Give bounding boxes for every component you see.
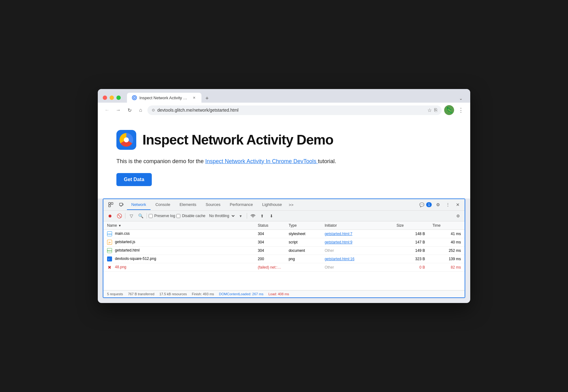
row-4-name: P devtools-square-512.png <box>103 255 254 263</box>
wifi-icon[interactable] <box>249 212 257 220</box>
back-button[interactable]: ← <box>103 106 111 114</box>
tab-elements[interactable]: Elements <box>175 200 201 210</box>
row-3-filename: getstarted.html <box>115 248 139 252</box>
devtools-link[interactable]: Inspect Network Activity In Chrome DevTo… <box>205 158 318 164</box>
nav-bar: ← → ↻ ⌂ ⊙ devtools.glitch.me/network/get… <box>98 103 470 118</box>
row-4-type: png <box>285 255 321 263</box>
header-name[interactable]: Name ▼ <box>103 221 254 230</box>
export-icon[interactable]: ⬇ <box>268 212 276 220</box>
name-sort: Name ▼ <box>107 223 121 228</box>
header-size[interactable]: Size <box>393 221 429 230</box>
tracking-protection-icon: ⊙ <box>152 108 155 112</box>
row-1-filename: main.css <box>115 231 129 236</box>
chrome-logo-inner <box>119 133 133 147</box>
settings-icon[interactable]: ⚙ <box>434 200 442 209</box>
row-4-size: 323 B <box>393 255 429 263</box>
sort-arrow-icon: ▼ <box>118 224 121 227</box>
row-2-type: script <box>285 238 321 247</box>
initiator-link[interactable]: getstarted.html:9 <box>325 240 352 244</box>
preserve-log-checkbox[interactable] <box>149 214 153 218</box>
header-status[interactable]: Status <box>254 221 285 230</box>
header-initiator[interactable]: Initiator <box>321 221 393 230</box>
name-header-text: Name <box>107 223 117 228</box>
new-tab-button[interactable]: + <box>203 94 211 103</box>
home-button[interactable]: ⌂ <box>136 106 145 114</box>
import-icon[interactable]: ⬆ <box>258 212 266 220</box>
filter-button[interactable]: ▽ <box>127 212 135 220</box>
close-button[interactable] <box>103 96 107 100</box>
row-5-status-text: (failed) net::… <box>258 265 281 270</box>
row-5-time-text: 82 ms <box>451 265 461 270</box>
row-2-initiator: getstarted.html:9 <box>321 238 393 247</box>
disable-cache-checkbox[interactable] <box>176 214 180 218</box>
row-1-initiator: getstarted.html:7 <box>321 230 393 238</box>
device-toolbar-icon[interactable] <box>116 199 126 210</box>
footer-resources: 17.5 kB resources <box>159 292 187 296</box>
close-devtools-icon[interactable]: ✕ <box>453 200 462 209</box>
tab-close-button[interactable]: ✕ <box>192 95 196 100</box>
row-3-time: 252 ms <box>429 247 465 255</box>
clear-button[interactable]: 🚫 <box>115 212 123 220</box>
minimize-button[interactable] <box>110 96 114 100</box>
footer-requests: 5 requests <box>107 292 123 296</box>
row-2-filename: getstarted.js <box>115 240 135 244</box>
chrome-logo-center <box>124 137 129 142</box>
table-row[interactable]: htm getstarted.html 304 document Other 1… <box>103 247 465 255</box>
svg-rect-6 <box>123 204 123 205</box>
screenshot-icon[interactable]: ⎘ <box>434 107 437 113</box>
toolbar-divider-2 <box>147 213 147 219</box>
row-5-status: (failed) net::… <box>254 263 285 272</box>
search-button[interactable]: 🔍 <box>137 212 145 220</box>
tab-network[interactable]: Network <box>127 200 151 210</box>
table-row[interactable]: js getstarted.js 304 script getstarted.h… <box>103 238 465 247</box>
tab-lighthouse[interactable]: Lighthouse <box>258 200 286 210</box>
row-4-filename: devtools-square-512.png <box>115 256 156 261</box>
row-5-initiator: Other <box>321 263 393 272</box>
error-file-icon: ✖ <box>107 265 112 270</box>
footer-finish: Finish: 493 ms <box>192 292 214 296</box>
tab-performance[interactable]: Performance <box>225 200 257 210</box>
more-options-icon[interactable]: ⋮ <box>444 200 452 209</box>
initiator-other: Other <box>325 265 334 270</box>
row-4-status: 200 <box>254 255 285 263</box>
chrome-logo <box>116 130 136 150</box>
header-type[interactable]: Type <box>285 221 321 230</box>
more-tabs-button[interactable]: >> <box>287 200 295 210</box>
row-2-status: 304 <box>254 238 285 247</box>
footer-dom-content-loaded: DOMContentLoaded: 267 ms <box>219 292 264 296</box>
active-tab[interactable]: Inspect Network Activity Dem ✕ <box>127 93 201 103</box>
stop-recording-button[interactable]: ⏺ <box>106 212 114 220</box>
initiator-other: Other <box>325 248 334 253</box>
empty-space <box>103 272 465 290</box>
network-settings-icon[interactable]: ⚙ <box>454 212 462 220</box>
initiator-link[interactable]: getstarted.html:16 <box>325 257 354 261</box>
tab-sources[interactable]: Sources <box>201 200 225 210</box>
row-1-time: 41 ms <box>429 230 465 238</box>
menu-button[interactable]: ⋮ <box>457 106 465 114</box>
png-file-icon: P <box>107 256 112 261</box>
table-row[interactable]: css main.css 304 stylesheet getstarted.h… <box>103 230 465 238</box>
reload-button[interactable]: ↻ <box>125 106 134 114</box>
preserve-log-label[interactable]: Preserve log <box>149 214 175 218</box>
maximize-button[interactable] <box>116 96 121 100</box>
row-5-time: 82 ms <box>429 263 465 272</box>
js-file-icon: js <box>107 240 112 245</box>
forward-button[interactable]: → <box>114 106 123 114</box>
header-time[interactable]: Time <box>429 221 465 230</box>
table-row[interactable]: P devtools-square-512.png 200 png getsta… <box>103 255 465 263</box>
disable-cache-label[interactable]: Disable cache <box>176 214 205 218</box>
address-bar[interactable]: ⊙ devtools.glitch.me/network/getstarted.… <box>147 105 442 115</box>
table-row[interactable]: ✖ 48.png (failed) net::… Other 0 B 82 ms <box>103 263 465 272</box>
profile-button[interactable]: 🦎 <box>444 105 454 115</box>
get-data-button[interactable]: Get Data <box>116 173 152 186</box>
network-table-body: css main.css 304 stylesheet getstarted.h… <box>103 230 465 290</box>
initiator-link[interactable]: getstarted.html:7 <box>325 232 352 236</box>
throttle-dropdown-icon[interactable]: ▾ <box>237 212 245 220</box>
inspector-icon[interactable] <box>106 199 116 210</box>
throttle-select[interactable]: No throttling Slow 3G Fast 3G <box>207 213 236 219</box>
svg-text:P: P <box>108 258 110 260</box>
row-3-type: document <box>285 247 321 255</box>
tab-console[interactable]: Console <box>151 200 175 210</box>
tab-dropdown-button[interactable]: ⌄ <box>457 94 465 103</box>
bookmark-icon[interactable]: ☆ <box>427 107 432 113</box>
